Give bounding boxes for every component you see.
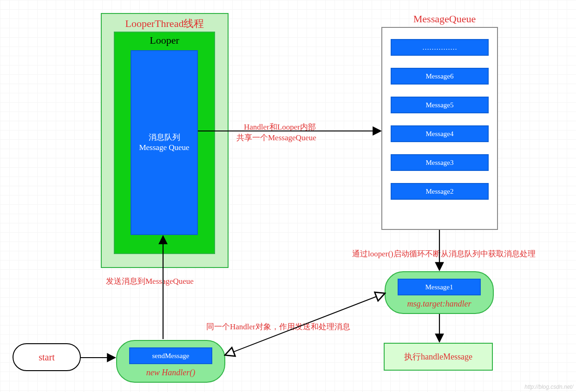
queue-item-4: Message4 bbox=[391, 125, 489, 142]
msg-target-label: msg.target:handler bbox=[386, 299, 493, 309]
looper-thread-title: LooperThread线程 bbox=[102, 17, 228, 31]
share-note-line1: Handler和Looper内部 bbox=[244, 122, 316, 132]
loop-note: 通过looper()启动循环不断从消息队列中获取消息处理 bbox=[352, 248, 536, 259]
exec-box: 执行handleMessage bbox=[384, 343, 493, 371]
share-note-line2: 共享一个MessageQueue bbox=[236, 132, 316, 143]
queue-item-3: Message3 bbox=[391, 154, 489, 171]
watermark: http://blog.csdn.net/ bbox=[524, 384, 573, 390]
start-label: start bbox=[39, 352, 54, 363]
message-queue-box: …………… Message6 Message5 Message4 Message… bbox=[381, 27, 498, 230]
message1-item: Message1 bbox=[398, 279, 481, 295]
message-queue-title: MessageQueue bbox=[386, 13, 503, 25]
send-note: 发送消息到MessageQueue bbox=[106, 276, 194, 287]
send-message-item: sendMessage bbox=[129, 347, 212, 364]
handler-box: sendMessage new Handler() bbox=[116, 340, 225, 383]
queue-item-more: …………… bbox=[391, 39, 489, 56]
queue-item-2: Message2 bbox=[391, 183, 489, 200]
start-box: start bbox=[13, 343, 81, 371]
looper-inner-label-1: 消息队列 bbox=[149, 132, 180, 143]
exec-label: 执行handleMessage bbox=[404, 351, 472, 362]
handler-label: new Handler() bbox=[117, 368, 224, 378]
looper-inner-label-2: Message Queue bbox=[139, 143, 189, 153]
looper-title: Looper bbox=[115, 34, 214, 46]
looper-inner-queue: 消息队列 Message Queue bbox=[131, 50, 198, 235]
msg-target-box: Message1 msg.target:handler bbox=[385, 271, 494, 314]
same-handler-note: 同一个Handler对象，作用发送和处理消息 bbox=[206, 321, 350, 332]
queue-item-6: Message6 bbox=[391, 68, 489, 85]
queue-item-5: Message5 bbox=[391, 97, 489, 113]
